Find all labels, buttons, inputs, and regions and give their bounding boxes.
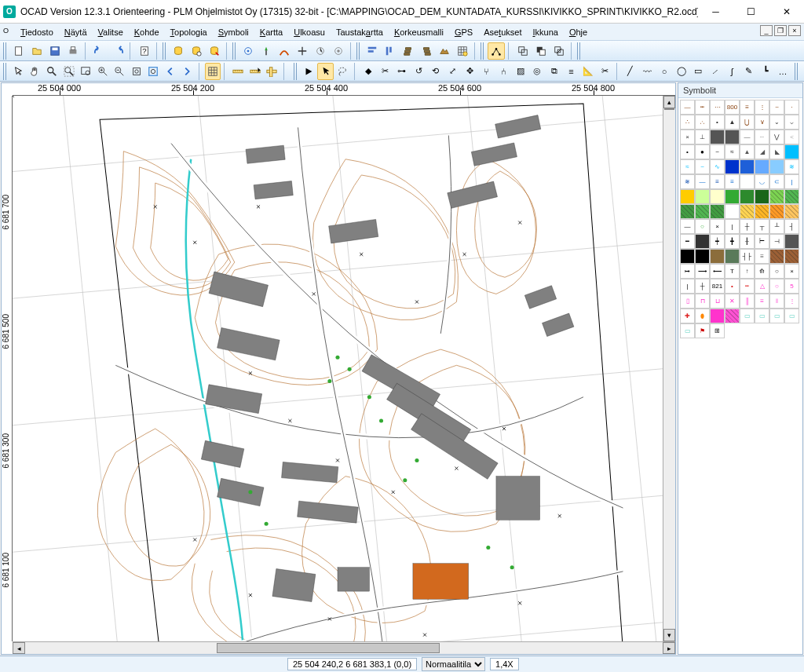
symbol-swatch[interactable]: ∴	[680, 115, 695, 130]
manual-button[interactable]: ?	[136, 42, 153, 60]
symbol-swatch[interactable]	[680, 189, 695, 204]
menu-ohje[interactable]: Ohje	[565, 26, 592, 38]
symbol-swatch[interactable]	[725, 309, 740, 323]
symbol-swatch[interactable]: ≋	[784, 159, 799, 174]
symbol-swatch[interactable]: ⸫	[695, 115, 710, 130]
symbol-swatch[interactable]	[784, 204, 799, 219]
symbol-swatch[interactable]	[680, 249, 695, 264]
symbol-swatch[interactable]: ≈	[725, 144, 740, 159]
play-button[interactable]	[301, 63, 317, 80]
gps-track-button[interactable]	[239, 42, 257, 60]
symbol-swatch[interactable]: ┼	[695, 279, 710, 294]
symbol-swatch[interactable]: ≡	[740, 100, 755, 115]
symbol-swatch[interactable]: ×	[710, 219, 725, 234]
draw-bezier-tool[interactable]: ∫	[724, 63, 740, 80]
symbol-swatch[interactable]: ┅	[695, 100, 710, 115]
symbol-swatch[interactable]	[784, 144, 799, 159]
scrollbar-vertical[interactable]: ▴ ▾	[663, 96, 675, 641]
symbol-swatch[interactable]	[695, 234, 710, 249]
gps-waypoint-button[interactable]	[258, 42, 275, 60]
select-tool[interactable]	[317, 63, 334, 80]
menu-kartta[interactable]: Kartta	[255, 26, 287, 38]
symbol-swatch[interactable]: ┤├	[740, 249, 755, 264]
symbol-swatch[interactable]: ⊢	[755, 234, 769, 249]
symbol-swatch[interactable]: ∨	[755, 115, 769, 130]
zoom-fit-button[interactable]	[129, 63, 145, 80]
split-button[interactable]: ⑂	[478, 63, 495, 80]
zoom-extent-button[interactable]	[60, 63, 77, 80]
symbol-swatch[interactable]: ○	[695, 219, 710, 234]
symbol-swatch[interactable]: ≡	[710, 174, 725, 189]
draw-rect-tool[interactable]: ▭	[690, 63, 707, 80]
symbol-swatch[interactable]: ▯	[680, 294, 695, 309]
toolbar-grip[interactable]	[3, 42, 8, 60]
clip-button[interactable]	[550, 42, 568, 60]
menu-symboli[interactable]: Symboli	[214, 26, 254, 38]
redo-button[interactable]	[109, 42, 126, 60]
symbol-swatch[interactable]	[769, 189, 784, 204]
menu-topologia[interactable]: Topologia	[166, 26, 212, 38]
menu-gps[interactable]: GPS	[450, 26, 477, 38]
edit-vertex-tool[interactable]: ◆	[360, 63, 376, 80]
symbol-swatch[interactable]	[769, 204, 784, 219]
symbol-swatch[interactable]	[710, 189, 725, 204]
zoom-selection-button[interactable]	[145, 63, 162, 80]
save-button[interactable]	[46, 42, 64, 60]
symbol-swatch[interactable]: ◡	[755, 174, 769, 189]
symbol-swatch[interactable]: ⬮	[695, 309, 710, 323]
symbol-swatch[interactable]: ⊓	[695, 294, 710, 309]
symbol-swatch[interactable]: ▲	[740, 144, 755, 159]
symbol-swatch[interactable]: 5	[784, 279, 799, 294]
draw-polyline-tool[interactable]: ⟋	[707, 63, 723, 80]
symbol-swatch[interactable]	[769, 159, 784, 174]
symbol-swatch[interactable]: •	[725, 279, 740, 294]
scroll-down-button[interactable]: ▾	[663, 629, 675, 641]
symbol-swatch[interactable]	[740, 204, 755, 219]
symbol-swatch[interactable]: •	[680, 144, 695, 159]
more-button[interactable]: …	[775, 63, 791, 80]
draw-curve-tool[interactable]: 〰	[639, 63, 656, 80]
rotate-button[interactable]: ⟲	[428, 63, 444, 80]
menu-taustakartta[interactable]: Taustakartta	[331, 26, 388, 38]
toolbar-grip[interactable]	[356, 42, 361, 60]
toolbar-grip[interactable]	[795, 63, 799, 80]
symbol-swatch[interactable]	[725, 249, 740, 264]
symbol-swatch[interactable]: ×	[680, 130, 695, 144]
status-mode-select[interactable]: Normaalitila	[422, 657, 485, 671]
symbol-swatch[interactable]: △	[755, 279, 769, 294]
symbol-swatch[interactable]: ⊣	[769, 234, 784, 249]
toolbar-grip[interactable]	[3, 63, 8, 80]
zoom-out-button[interactable]	[111, 63, 128, 80]
align-left-button[interactable]	[382, 42, 399, 60]
symbol-swatch[interactable]: ⋯	[710, 100, 725, 115]
symbol-swatch[interactable]: ≋	[680, 174, 695, 189]
gps-route-button[interactable]	[276, 42, 293, 60]
symbol-swatch[interactable]: ◣	[769, 144, 784, 159]
menu-korkeusmalli[interactable]: Korkeusmalli	[389, 26, 448, 38]
duplicate-button[interactable]: ⧉	[546, 63, 563, 80]
zoom-next-button[interactable]	[179, 63, 196, 80]
close-button[interactable]: ✕	[769, 0, 804, 24]
gps-cross-button[interactable]	[294, 42, 311, 60]
symbol-swatch[interactable]	[725, 159, 740, 174]
symbol-swatch[interactable]: ~	[695, 159, 710, 174]
symbol-swatch[interactable]: ○	[769, 279, 784, 294]
symbol-swatch[interactable]: ⌵	[784, 115, 799, 130]
scroll-left-button[interactable]: ◂	[13, 642, 25, 654]
zoom-tool[interactable]	[44, 63, 60, 80]
toolbar-grip[interactable]	[163, 42, 167, 60]
scroll-up-button[interactable]: ▴	[663, 96, 675, 108]
symbol-swatch[interactable]	[695, 249, 710, 264]
symbol-swatch[interactable]: ┴	[769, 219, 784, 234]
symbol-swatch[interactable]: —	[680, 100, 695, 115]
symbol-swatch[interactable]: ┿	[710, 234, 725, 249]
db-query-button[interactable]	[188, 42, 205, 60]
symbol-swatch[interactable]	[740, 189, 755, 204]
symbol-swatch[interactable]: —	[695, 174, 710, 189]
symbol-swatch[interactable]: ⊂	[769, 174, 784, 189]
scrollbar-horizontal[interactable]: ◂ ▸	[13, 641, 675, 654]
symbol-swatch[interactable]: ┈	[755, 130, 769, 144]
symbol-swatch[interactable]: ⊥	[695, 130, 710, 144]
symbol-swatch[interactable]: ⋮	[755, 100, 769, 115]
toolbar-grip[interactable]	[577, 42, 582, 60]
